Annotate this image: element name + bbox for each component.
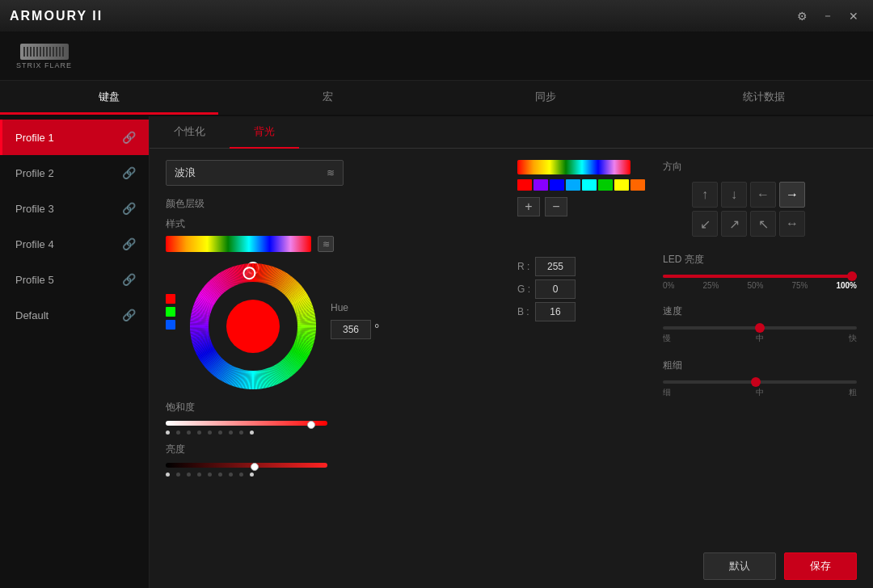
brightness-slider[interactable] (166, 460, 501, 471)
mini-rainbow-bar[interactable] (517, 160, 630, 174)
swatch-green[interactable] (166, 307, 175, 317)
default-button[interactable]: 默认 (703, 552, 776, 580)
dot (208, 472, 212, 477)
dir-expand[interactable]: ↔ (779, 211, 805, 237)
dot (176, 472, 180, 477)
led-mark-25: 25% (702, 281, 719, 290)
color-wheel-section: Hue ° (166, 262, 501, 391)
saturation-slider[interactable] (166, 418, 501, 429)
saturation-label: 饱和度 (166, 401, 501, 414)
style-label: 样式 (166, 217, 501, 231)
mini-swatch-7[interactable] (614, 179, 629, 191)
dot (187, 430, 191, 435)
brightness-row: 亮度 (166, 443, 501, 477)
sidebar-item-profile4[interactable]: Profile 4 🔗 (0, 226, 149, 262)
r-row: R : (517, 257, 647, 276)
saturation-row: 饱和度 (166, 401, 501, 435)
led-mark-100: 100% (836, 281, 857, 290)
detail-section: 粗细 细 中 粗 (663, 359, 857, 398)
dir-diag-dl[interactable]: ↙ (692, 211, 718, 237)
hue-unit: ° (374, 322, 379, 337)
titlebar: ARMOURY II ⚙ － ✕ (0, 0, 873, 32)
dot (229, 472, 233, 477)
dot (239, 472, 243, 477)
link-icon: 🔗 (122, 273, 136, 286)
sidebar-item-profile1[interactable]: Profile 1 🔗 (0, 120, 149, 155)
mini-swatch-5[interactable] (582, 179, 597, 191)
close-button[interactable]: ✕ (844, 8, 863, 24)
dir-diag-ur[interactable]: ↗ (721, 211, 747, 237)
remove-color-button[interactable]: − (545, 197, 567, 216)
add-color-button[interactable]: + (517, 197, 540, 216)
g-row: G : (517, 279, 647, 299)
mini-controls: + − (517, 197, 647, 216)
dot (208, 430, 212, 435)
r-field[interactable] (535, 257, 576, 276)
led-slider[interactable] (663, 275, 857, 278)
content-area: 个性化 背光 波浪 ≋ 颜色层级 样式 (150, 116, 873, 588)
led-mark-0: 0% (663, 281, 674, 290)
mini-swatch-1[interactable] (517, 179, 532, 191)
speed-mid: 中 (756, 333, 764, 344)
minimize-button[interactable]: － (818, 8, 837, 24)
rainbow-bar[interactable] (166, 236, 311, 252)
main-layout: Profile 1 🔗 Profile 2 🔗 Profile 3 🔗 Prof… (0, 116, 873, 588)
save-button[interactable]: 保存 (784, 552, 857, 580)
tab-sync[interactable]: 同步 (436, 81, 655, 115)
tab-stats[interactable]: 统计数据 (655, 81, 873, 115)
mini-swatch-4[interactable] (566, 179, 580, 191)
speed-label: 速度 (663, 304, 857, 318)
dir-down[interactable]: ↓ (721, 182, 747, 208)
hue-input: ° (331, 320, 379, 339)
speed-slider[interactable] (663, 326, 857, 330)
g-field[interactable] (535, 279, 576, 299)
dir-left[interactable]: ← (750, 182, 776, 208)
r-label: R : (517, 261, 530, 272)
subtab-personalize[interactable]: 个性化 (150, 116, 230, 149)
effect-dropdown[interactable]: 波浪 ≋ (166, 160, 344, 186)
window-controls: ⚙ － ✕ (792, 8, 863, 24)
swatch-blue[interactable] (166, 320, 175, 330)
dot (229, 430, 233, 435)
rgb-inputs: R : G : B : (517, 257, 647, 321)
speed-section: 速度 慢 中 快 (663, 304, 857, 344)
link-icon: 🔗 (122, 202, 136, 215)
swatch-red[interactable] (166, 294, 175, 304)
dir-right[interactable]: → (779, 182, 805, 208)
device-name: STRIX FLARE (16, 61, 72, 69)
settings-button[interactable]: ⚙ (792, 8, 812, 24)
b-row: B : (517, 302, 647, 321)
dir-up[interactable]: ↑ (692, 182, 718, 208)
mini-swatch-8[interactable] (630, 179, 645, 191)
hue-field[interactable] (331, 320, 371, 339)
detail-marks: 细 中 粗 (663, 387, 857, 398)
tab-macro[interactable]: 宏 (218, 81, 436, 115)
mini-swatch-2[interactable] (534, 179, 548, 191)
content-inner: 波浪 ≋ 颜色层级 样式 ≋ (150, 149, 873, 588)
saturation-dots (166, 430, 501, 435)
swap-icon[interactable]: ≋ (318, 236, 334, 252)
subtab-backlight[interactable]: 背光 (230, 116, 299, 149)
hue-input-section: Hue ° (331, 302, 379, 339)
direction-section: 方向 ↑ ↓ ← → ↙ ↗ ↖ ↔ (663, 160, 857, 237)
color-wheel[interactable] (188, 262, 318, 391)
b-field[interactable] (535, 302, 576, 321)
mini-swatch-6[interactable] (598, 179, 613, 191)
detail-mid: 中 (756, 387, 764, 398)
dropdown-arrow-icon: ≋ (327, 167, 335, 178)
dot (197, 472, 201, 477)
b-label: B : (517, 306, 530, 317)
sidebar: Profile 1 🔗 Profile 2 🔗 Profile 3 🔗 Prof… (0, 116, 150, 588)
sidebar-item-profile5[interactable]: Profile 5 🔗 (0, 262, 149, 297)
link-icon: 🔗 (122, 309, 136, 321)
tab-keyboard[interactable]: 键盘 (0, 81, 218, 115)
sidebar-item-default[interactable]: Default 🔗 (0, 297, 149, 333)
sidebar-item-profile2[interactable]: Profile 2 🔗 (0, 155, 149, 191)
sliders-section: 饱和度 (166, 401, 501, 477)
mini-swatch-3[interactable] (550, 179, 564, 191)
dot (197, 430, 201, 435)
dir-diag-ul[interactable]: ↖ (750, 211, 776, 237)
detail-slider[interactable] (663, 380, 857, 384)
brightness-label: 亮度 (166, 443, 501, 456)
sidebar-item-profile3[interactable]: Profile 3 🔗 (0, 191, 149, 226)
